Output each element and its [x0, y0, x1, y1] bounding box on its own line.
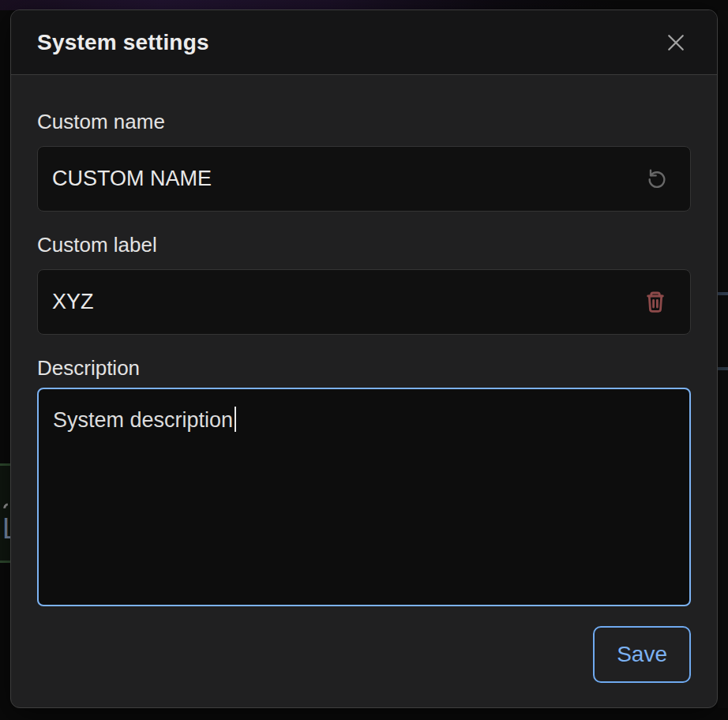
background-letter-glyph: L: [2, 515, 10, 543]
dialog-header: System settings: [11, 10, 717, 75]
dialog-title: System settings: [37, 30, 209, 55]
background-right-accent-line: [718, 292, 728, 295]
description-text: System description: [53, 408, 233, 432]
custom-label-input-wrap: [37, 269, 691, 335]
description-label: Description: [37, 356, 691, 380]
custom-label-input[interactable]: [52, 270, 638, 334]
close-button[interactable]: [659, 25, 693, 60]
delete-custom-label-button[interactable]: [638, 285, 673, 320]
system-settings-dialog: System settings Custom name Custo: [10, 9, 718, 708]
background-right-accent-line-2: [718, 367, 728, 370]
custom-name-label: Custom name: [37, 110, 691, 133]
trash-icon: [643, 290, 668, 315]
custom-name-input[interactable]: [52, 147, 638, 211]
close-icon: [664, 31, 688, 54]
dialog-body: Custom name Custom label: [11, 75, 717, 606]
dialog-footer: Save: [11, 606, 717, 708]
background-right-fragment: [718, 10, 728, 708]
save-button[interactable]: Save: [593, 626, 691, 683]
description-textarea[interactable]: System description: [37, 388, 691, 606]
custom-label-label: Custom label: [37, 233, 691, 257]
background-left-fragment: L: [0, 463, 10, 563]
revert-icon: [643, 167, 668, 192]
custom-name-input-wrap: [37, 146, 691, 212]
revert-custom-name-button[interactable]: [638, 162, 673, 197]
text-caret: [235, 407, 236, 432]
